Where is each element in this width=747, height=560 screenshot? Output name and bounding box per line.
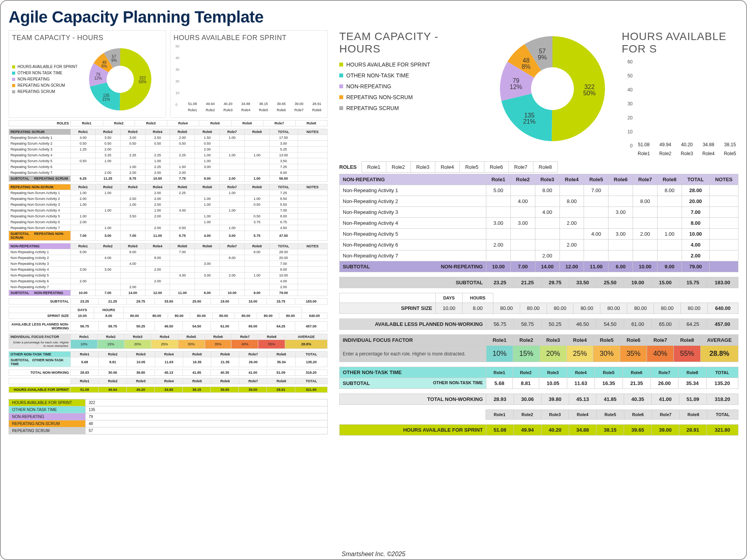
role-cell[interactable]: Role1 [361, 161, 386, 173]
legend-item: OTHER NON-TASK TIME [12, 70, 77, 76]
big-legend: HOURS AVAILABLE FOR SPRINTOTHER NON-TASK… [339, 59, 479, 114]
role-cell[interactable]: Role3 [410, 161, 435, 173]
available-less-row: AVAILABLE LESS PLANNED NON-WORKING 56.75… [339, 318, 738, 330]
legend-item: NON-REPEATING [12, 76, 77, 82]
roles-row: ROLES Role1Role2Role3Role4Role5Role6Role… [339, 164, 738, 170]
hours-available-row: HOURS AVAILABLE FOR SPRINT 51.0849.9440.… [339, 424, 738, 436]
role-cell[interactable]: Role5 [459, 161, 484, 173]
legend-item: HOURS AVAILABLE FOR SPRINT [339, 59, 479, 70]
role-cell[interactable]: Role6 [484, 161, 509, 173]
small-bar-chart: 50403020100 51.08Role149.94Role240.20Rol… [185, 44, 324, 107]
small-bar-title: HOURS AVAILABLE FOR SPRINT [174, 34, 324, 42]
legend-item: REPEATING SCRUM [339, 103, 479, 114]
legend-item: REPEATING NON-SCRUM [339, 92, 479, 103]
role-cell[interactable]: Role7 [509, 161, 533, 173]
non-repeating-table: NON-REPEATINGRole1Role2Role3Role4Role5Ro… [339, 174, 738, 272]
svg-text:32250%: 32250% [583, 84, 595, 96]
legend-item: HOURS AVAILABLE FOR SPRINT [12, 64, 77, 70]
total-nonworking-row: TOTAL NON-WORKING 28.9330.0639.8045.1341… [339, 394, 738, 405]
right-panel: TEAM CAPACITY - HOURS HOURS AVAILABLE FO… [339, 30, 738, 544]
big-bar-title: HOURS AVAILABLE FOR S [622, 30, 738, 55]
svg-text:488%: 488% [521, 57, 530, 70]
small-bar-card: HOURS AVAILABLE FOR SPRINT 50403020100 5… [170, 30, 328, 118]
footer-credit: Smartsheet Inc. ©2025 [1, 551, 746, 558]
left-panel: TEAM CAPACITY - HOURS HOURS AVAILABLE FO… [9, 30, 328, 544]
subtotal-row: SUBTOTAL 23.2521.2529.7533.5025.5019.001… [339, 277, 738, 288]
small-donut-title: TEAM CAPACITY - HOURS [12, 34, 163, 42]
legend-item: NON-REPEATING [339, 81, 479, 92]
summary-legend-table: HOURS AVAILABLE FOR SPRINT322OTHER NON-T… [9, 399, 328, 434]
roles-header-row: Role1Role2Role3Role4Role5Role6Role7Role8… [339, 410, 738, 420]
big-donut-title: TEAM CAPACITY - HOURS [339, 30, 479, 55]
legend-item: REPEATING SCRUM [12, 89, 77, 95]
legend-item: OTHER NON-TASK TIME [339, 70, 479, 81]
svg-text:579%: 579% [111, 54, 117, 63]
big-bar-chart: 6050403020100 51.08Role149.94Role240.20R… [635, 59, 738, 149]
svg-text:32250%: 32250% [139, 76, 147, 84]
small-donut-card: TEAM CAPACITY - HOURS HOURS AVAILABLE FO… [9, 30, 166, 118]
big-donut-chart: 32250%13521%7912%488%579% [486, 30, 614, 147]
role-cell[interactable]: Role2 [386, 161, 411, 173]
page-title: Agile Capacity Planning Template [9, 8, 738, 26]
role-cell[interactable]: Role4 [435, 161, 460, 173]
role-cell[interactable]: Role8 [533, 161, 558, 173]
other-nontask-table: OTHER NON-TASK TIMERole1Role2Role3Role4R… [339, 367, 738, 389]
svg-text:13521%: 13521% [523, 112, 535, 125]
legend-item: REPEATING NON-SCRUM [12, 82, 77, 89]
small-legend: HOURS AVAILABLE FOR SPRINTOTHER NON-TASK… [12, 64, 77, 95]
svg-text:13521%: 13521% [102, 93, 110, 102]
svg-text:579%: 579% [538, 48, 547, 61]
svg-text:488%: 488% [102, 60, 107, 68]
sprint-size-row: DAYSHOURS SPRINT SIZE 10.008.00 80.0080.… [339, 293, 738, 314]
focus-factor-table: INDIVIDUAL FOCUS FACTORRole1Role2Role3Ro… [339, 334, 738, 362]
small-donut-chart: 32250%13521%7912%488%579% [81, 44, 159, 114]
